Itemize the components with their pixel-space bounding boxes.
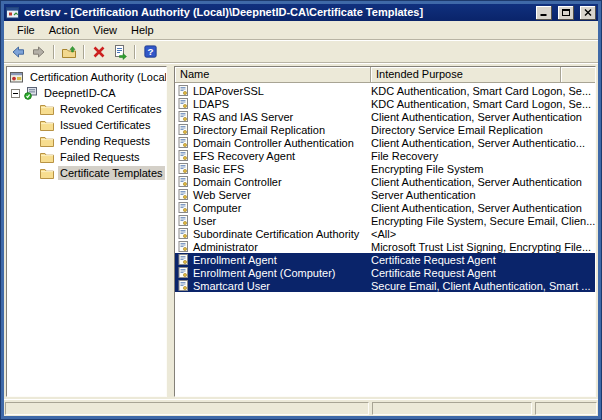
table-row[interactable]: User Encrypting File System, Secure Emai… — [175, 214, 595, 227]
certificate-template-icon — [178, 228, 189, 239]
tree-item-revoked-certificates[interactable]: Revoked Certificates — [7, 101, 166, 117]
status-bar — [4, 399, 598, 416]
svg-text:?: ? — [147, 46, 153, 57]
certificate-template-icon — [178, 215, 189, 226]
title-bar[interactable]: certsrv - [Certification Authority (Loca… — [4, 4, 598, 21]
table-row[interactable]: Enrollment Agent Certificate Request Age… — [175, 253, 595, 266]
toolbar-separator — [53, 45, 55, 59]
menu-bar: File Action View Help — [4, 21, 598, 40]
template-purpose: Client Authentication, Server Authentica… — [371, 176, 595, 188]
table-row[interactable]: Domain Controller Authentication Client … — [175, 136, 595, 149]
certificate-template-icon — [178, 137, 189, 148]
tree-item-label: Certificate Templates — [58, 166, 165, 180]
window-title: certsrv - [Certification Authority (Loca… — [24, 4, 530, 21]
template-purpose: Certificate Request Agent — [371, 254, 595, 266]
main-content: Certification Authority (Local) — [4, 63, 598, 399]
template-purpose: <All> — [371, 228, 595, 240]
template-name-cell: Enrollment Agent — [175, 254, 371, 266]
certificate-template-icon — [178, 254, 189, 265]
template-name: Enrollment Agent (Computer) — [193, 267, 335, 279]
template-name: User — [193, 215, 216, 227]
template-name-cell: Administrator — [175, 241, 371, 253]
tree-item-deepnetid-ca[interactable]: DeepnetID-CA — [7, 85, 166, 101]
table-row[interactable]: Web Server Server Authentication — [175, 188, 595, 201]
table-row[interactable]: Directory Email Replication Directory Se… — [175, 123, 595, 136]
ca-server-icon — [24, 86, 38, 100]
tree-item-pending-requests[interactable]: Pending Requests — [7, 133, 166, 149]
template-name-cell: Smartcard User — [175, 280, 371, 292]
maximize-button[interactable] — [558, 6, 574, 20]
tree-item-label: Revoked Certificates — [58, 102, 164, 116]
toolbar-separator — [134, 45, 136, 59]
menu-action[interactable]: Action — [42, 22, 87, 38]
certificate-template-icon — [178, 280, 189, 291]
table-row[interactable]: Computer Client Authentication, Server A… — [175, 201, 595, 214]
minimize-button[interactable] — [536, 6, 552, 20]
menu-view[interactable]: View — [86, 22, 124, 38]
table-row[interactable]: EFS Recovery Agent File Recovery — [175, 149, 595, 162]
table-row[interactable]: LDAPoverSSL KDC Authentication, Smart Ca… — [175, 84, 595, 97]
delete-icon[interactable] — [89, 43, 109, 61]
collapse-icon[interactable] — [11, 89, 20, 98]
template-name: Directory Email Replication — [193, 124, 325, 136]
folder-icon — [40, 119, 54, 131]
template-name-cell: User — [175, 215, 371, 227]
table-row[interactable]: Domain Controller Client Authentication,… — [175, 175, 595, 188]
template-name: EFS Recovery Agent — [193, 150, 295, 162]
table-row[interactable]: Smartcard User Secure Email, Client Auth… — [175, 279, 595, 292]
table-row[interactable]: Administrator Microsoft Trust List Signi… — [175, 240, 595, 253]
template-name-cell: Web Server — [175, 189, 371, 201]
folder-icon — [40, 103, 54, 115]
tree-item-label: Certification Authority (Local) — [28, 70, 167, 84]
column-header-filler — [561, 67, 595, 83]
template-name: LDAPoverSSL — [193, 85, 264, 97]
template-name: Subordinate Certification Authority — [193, 228, 359, 240]
template-name: Enrollment Agent — [193, 254, 277, 266]
column-header-intended-purpose[interactable]: Intended Purpose — [371, 67, 561, 83]
template-purpose: Secure Email, Client Authentication, Sma… — [371, 280, 595, 292]
template-name: Domain Controller — [193, 176, 282, 188]
menu-file[interactable]: File — [10, 22, 42, 38]
forward-icon[interactable] — [29, 43, 49, 61]
table-row[interactable]: Basic EFS Encrypting File System — [175, 162, 595, 175]
table-row[interactable]: Subordinate Certification Authority <All… — [175, 227, 595, 240]
table-row[interactable]: LDAPS KDC Authentication, Smart Card Log… — [175, 97, 595, 110]
template-purpose: Client Authentication, Server Authentica… — [371, 137, 595, 149]
template-name-cell: Basic EFS — [175, 163, 371, 175]
console-tree: Certification Authority (Local) — [6, 66, 167, 397]
template-name-cell: Domain Controller Authentication — [175, 137, 371, 149]
template-purpose: Server Authentication — [371, 189, 595, 201]
status-segment — [372, 402, 532, 415]
template-name: RAS and IAS Server — [193, 111, 293, 123]
tree-item-label: Failed Requests — [58, 150, 142, 164]
template-name-cell: Enrollment Agent (Computer) — [175, 267, 371, 279]
template-purpose: Encrypting File System, Secure Email, Cl… — [371, 215, 595, 227]
help-icon[interactable]: ? — [140, 43, 160, 61]
back-icon[interactable] — [8, 43, 28, 61]
tree-item-certificate-templates[interactable]: Certificate Templates — [7, 165, 166, 181]
certificate-template-icon — [178, 202, 189, 213]
toolbar: ? — [4, 40, 598, 63]
panel-splitter[interactable] — [170, 66, 171, 397]
tree-item-issued-certificates[interactable]: Issued Certificates — [7, 117, 166, 133]
templates-list: LDAPoverSSL KDC Authentication, Smart Ca… — [175, 83, 595, 396]
up-one-level-icon[interactable] — [59, 43, 79, 61]
tree-item-failed-requests[interactable]: Failed Requests — [7, 149, 166, 165]
tree-item-label: DeepnetID-CA — [42, 86, 118, 100]
export-list-icon[interactable] — [110, 43, 130, 61]
template-name-cell: Subordinate Certification Authority — [175, 228, 371, 240]
table-row[interactable]: RAS and IAS Server Client Authentication… — [175, 110, 595, 123]
folder-icon — [40, 167, 54, 179]
tree-item-certification-authority[interactable]: Certification Authority (Local) — [7, 69, 166, 85]
template-purpose: Client Authentication, Server Authentica… — [371, 202, 595, 214]
list-header: Name Intended Purpose — [175, 67, 595, 83]
certificate-template-icon — [178, 267, 189, 278]
column-header-name[interactable]: Name — [175, 67, 371, 83]
menu-help[interactable]: Help — [124, 22, 161, 38]
template-name-cell: LDAPS — [175, 98, 371, 110]
close-button[interactable] — [580, 6, 596, 20]
template-name-cell: Domain Controller — [175, 176, 371, 188]
template-purpose: File Recovery — [371, 150, 595, 162]
certificate-template-icon — [178, 176, 189, 187]
table-row[interactable]: Enrollment Agent (Computer) Certificate … — [175, 266, 595, 279]
